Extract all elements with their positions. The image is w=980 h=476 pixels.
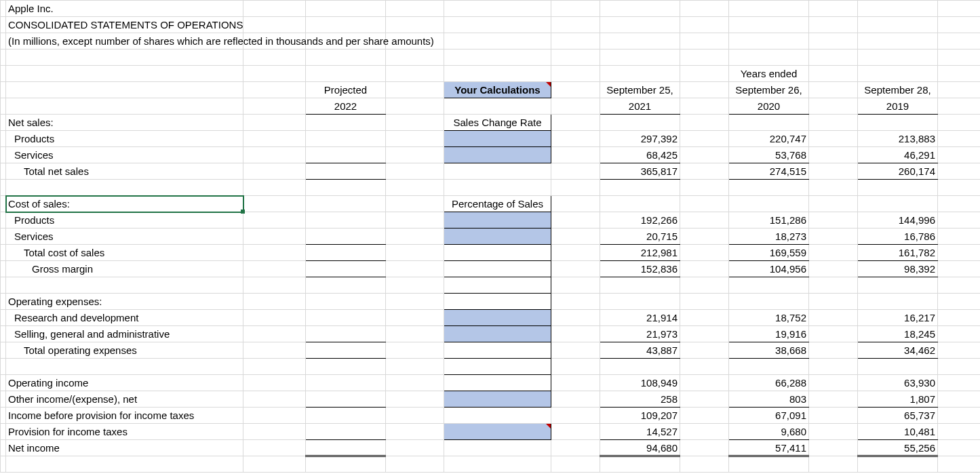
total-cos-2021[interactable]: 212,981 — [600, 245, 680, 261]
cos-products-2020[interactable]: 151,286 — [729, 212, 809, 229]
net-income-2020[interactable]: 57,411 — [729, 440, 809, 456]
calc-sga-pct[interactable] — [444, 326, 551, 342]
calc-cos-products-pct[interactable] — [444, 212, 551, 229]
total-net-sales-2019[interactable]: 260,174 — [858, 163, 938, 180]
income-before-tax-2021[interactable]: 109,207 — [600, 408, 680, 424]
projected-cos-services[interactable] — [306, 229, 386, 245]
company-name[interactable]: Apple Inc. — [6, 1, 243, 17]
income-before-tax-2020[interactable]: 67,091 — [729, 408, 809, 424]
projected-products[interactable] — [306, 131, 386, 147]
row-label-services[interactable]: Services — [6, 147, 243, 163]
income-before-tax-2019[interactable]: 65,737 — [858, 408, 938, 424]
projected-cos-products[interactable] — [306, 212, 386, 229]
rnd-2020[interactable]: 18,752 — [729, 310, 809, 326]
rnd-2019[interactable]: 16,217 — [858, 310, 938, 326]
projected-header-1[interactable]: Projected — [306, 82, 386, 98]
projected-rnd[interactable] — [306, 310, 386, 326]
row-label-total-net-sales[interactable]: Total net sales — [6, 163, 243, 180]
projected-net-income[interactable] — [306, 440, 386, 456]
total-opex-2020[interactable]: 38,668 — [729, 342, 809, 359]
projected-total-cos[interactable] — [306, 245, 386, 261]
worksheet-grid[interactable]: Apple Inc. CONSOLIDATED STATEMENTS OF OP… — [0, 0, 980, 473]
row-label-total-opex[interactable]: Total operating expenses — [6, 342, 243, 359]
total-net-sales-2021[interactable]: 365,817 — [600, 163, 680, 180]
total-opex-2021[interactable]: 43,887 — [600, 342, 680, 359]
services-2020[interactable]: 53,768 — [729, 147, 809, 163]
year-2019-header-1[interactable]: September 28, — [858, 82, 938, 98]
sga-2020[interactable]: 19,916 — [729, 326, 809, 342]
row-label-rnd[interactable]: Research and development — [6, 310, 243, 326]
net-income-2019[interactable]: 55,256 — [858, 440, 938, 456]
projected-services[interactable] — [306, 147, 386, 163]
operating-income-2020[interactable]: 66,288 — [729, 375, 809, 391]
calc-total-cos[interactable] — [444, 245, 551, 261]
calc-provision-tax-pct[interactable] — [444, 424, 551, 440]
calc-products-sales-rate[interactable] — [444, 131, 551, 147]
row-label-cos-services[interactable]: Services — [6, 229, 243, 245]
total-cos-2019[interactable]: 161,782 — [858, 245, 938, 261]
row-label-operating-income[interactable]: Operating income — [6, 375, 243, 391]
calc-operating-income[interactable] — [444, 375, 551, 391]
calc-rnd-pct[interactable] — [444, 310, 551, 326]
total-cos-2020[interactable]: 169,559 — [729, 245, 809, 261]
rnd-2021[interactable]: 21,914 — [600, 310, 680, 326]
net-sales-header[interactable]: Net sales: — [6, 115, 243, 131]
row-label-sga[interactable]: Selling, general and administrative — [6, 326, 243, 342]
projected-provision-tax[interactable] — [306, 424, 386, 440]
percentage-of-sales-label[interactable]: Percentage of Sales — [444, 196, 551, 212]
operating-income-2019[interactable]: 63,930 — [858, 375, 938, 391]
calc-services-sales-rate[interactable] — [444, 147, 551, 163]
year-2021-header-1[interactable]: September 25, — [600, 82, 680, 98]
cos-products-2019[interactable]: 144,996 — [858, 212, 938, 229]
sales-change-rate-label[interactable]: Sales Change Rate — [444, 115, 551, 131]
net-income-2021[interactable]: 94,680 — [600, 440, 680, 456]
products-2019[interactable]: 213,883 — [858, 131, 938, 147]
years-ended-label[interactable]: Years ended — [729, 66, 809, 82]
projected-operating-income[interactable] — [306, 375, 386, 391]
calc-cos-services-pct[interactable] — [444, 229, 551, 245]
year-2021-header-2[interactable]: 2021 — [600, 98, 680, 115]
gross-margin-2019[interactable]: 98,392 — [858, 261, 938, 277]
projected-total-opex[interactable] — [306, 342, 386, 359]
operating-expenses-header[interactable]: Operating expenses: — [6, 294, 243, 310]
cos-services-2020[interactable]: 18,273 — [729, 229, 809, 245]
products-2021[interactable]: 297,392 — [600, 131, 680, 147]
provision-tax-2020[interactable]: 9,680 — [729, 424, 809, 440]
your-calculations-header[interactable]: Your Calculations — [444, 82, 551, 98]
projected-total-net-sales[interactable] — [306, 163, 386, 180]
row-label-other-income[interactable]: Other income/(expense), net — [6, 391, 243, 408]
other-income-2019[interactable]: 1,807 — [858, 391, 938, 408]
statement-title[interactable]: CONSOLIDATED STATEMENTS OF OPERATIONS — [6, 17, 243, 33]
total-net-sales-2020[interactable]: 274,515 — [729, 163, 809, 180]
projected-income-before-tax[interactable] — [306, 408, 386, 424]
calc-other-income-pct[interactable] — [444, 391, 551, 408]
other-income-2021[interactable]: 258 — [600, 391, 680, 408]
cos-services-2019[interactable]: 16,786 — [858, 229, 938, 245]
sga-2021[interactable]: 21,973 — [600, 326, 680, 342]
sga-2019[interactable]: 18,245 — [858, 326, 938, 342]
row-label-products[interactable]: Products — [6, 131, 243, 147]
products-2020[interactable]: 220,747 — [729, 131, 809, 147]
provision-tax-2021[interactable]: 14,527 — [600, 424, 680, 440]
provision-tax-2019[interactable]: 10,481 — [858, 424, 938, 440]
projected-gross-margin[interactable] — [306, 261, 386, 277]
services-2021[interactable]: 68,425 — [600, 147, 680, 163]
row-label-income-before-tax[interactable]: Income before provision for income taxes — [6, 408, 243, 424]
projected-other-income[interactable] — [306, 391, 386, 408]
calc-gross-margin[interactable] — [444, 261, 551, 277]
statement-subtitle[interactable]: (In millions, except number of shares wh… — [6, 33, 243, 49]
services-2019[interactable]: 46,291 — [858, 147, 938, 163]
other-income-2020[interactable]: 803 — [729, 391, 809, 408]
spreadsheet-view[interactable]: Apple Inc. CONSOLIDATED STATEMENTS OF OP… — [0, 0, 980, 476]
row-label-provision-tax[interactable]: Provision for income taxes — [6, 424, 243, 440]
row-label-net-income[interactable]: Net income — [6, 440, 243, 456]
gross-margin-2021[interactable]: 152,836 — [600, 261, 680, 277]
cos-products-2021[interactable]: 192,266 — [600, 212, 680, 229]
year-2019-header-2[interactable]: 2019 — [858, 98, 938, 115]
projected-sga[interactable] — [306, 326, 386, 342]
operating-income-2021[interactable]: 108,949 — [600, 375, 680, 391]
cost-of-sales-header[interactable]: Cost of sales: — [6, 196, 243, 212]
gross-margin-2020[interactable]: 104,956 — [729, 261, 809, 277]
cos-services-2021[interactable]: 20,715 — [600, 229, 680, 245]
calc-total-opex[interactable] — [444, 342, 551, 359]
